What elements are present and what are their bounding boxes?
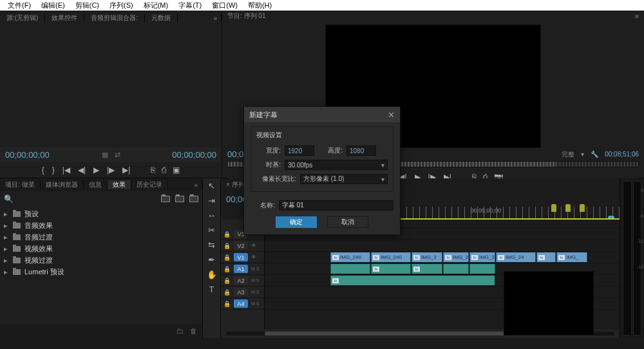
pen-tool-icon[interactable]: ✒ [208,255,215,265]
tab-media-browser[interactable]: 媒体浏览器 [41,180,84,189]
tree-item-video-fx[interactable]: ▸ 视频效果 [4,243,198,254]
play-icon[interactable]: ▶ [93,165,99,174]
clip-label: IMG_2 [421,254,437,260]
preset-bin-icon[interactable] [175,196,184,202]
close-icon[interactable]: ✕ [388,110,395,120]
menu-edit[interactable]: 编辑(E) [36,1,70,10]
menu-marker[interactable]: 标记(M) [138,1,174,10]
project-panel: 项目: 做菜 媒体浏览器 信息 效果 历史记录 » 🔍 ▸ 预设 ▸ 音频效果 [0,178,203,338]
lock-icon[interactable]: 🔒 [223,231,231,238]
slip-tool-icon[interactable]: ⇆ [208,240,215,250]
par-select[interactable]: 方形像素 (1.0) [300,174,388,184]
program-header-label: 节目: 序列 01 [227,12,265,21]
step-fwd-icon[interactable]: |▶ [107,165,115,174]
track-header-a3[interactable]: 🔒 A3 M S [221,287,264,298]
marker-icon[interactable] [565,204,571,212]
lock-icon[interactable]: 🔒 [223,278,231,284]
track-header-a2[interactable]: 🔒 A2 M S [221,275,264,287]
track-header-a1[interactable]: 🔒 A1 M S [221,263,264,275]
menu-sequence[interactable]: 序列(S) [104,1,138,10]
tab-effects[interactable]: 效果 [108,180,131,189]
sequence-tab[interactable]: × 序列 [226,180,245,189]
height-field[interactable]: 1080 [346,146,376,156]
track-header-v2[interactable]: 🔒 V2 👁 [221,240,264,252]
razor-tool-icon[interactable]: ✂ [208,225,215,235]
folder-icon[interactable]: 🗀 [176,327,184,335]
track-select-tool-icon[interactable]: ⇥ [208,196,215,205]
tab-audio-mixer[interactable]: 音频剪辑混合器: [84,14,145,23]
source-transport: { } |◀ ◀| ▶ |▶ ▶| ⎘ ⎙ ▣ [0,162,222,178]
clip-label: IMG_24 [506,254,524,260]
lock-icon[interactable]: 🔒 [223,254,231,261]
tabs-overflow-icon[interactable]: » [190,182,202,189]
tab-info[interactable]: 信息 [84,180,108,189]
lock-icon[interactable]: 🔒 [223,301,231,307]
chevron-down-icon[interactable]: ▾ [581,151,584,158]
ok-button[interactable]: 确定 [276,216,317,228]
width-field[interactable]: 1920 [285,146,314,156]
zoom-fit-select[interactable]: 完整 [562,150,574,159]
tab-metadata[interactable]: 元数据 [145,14,178,23]
menu-help[interactable]: 帮助(H) [243,1,277,10]
tree-item-audio-fx[interactable]: ▸ 音频效果 [4,220,198,231]
marker-icon[interactable] [580,204,585,212]
menu-window[interactable]: 窗口(W) [207,1,243,10]
go-end-icon[interactable]: ▶| [122,165,130,174]
name-field[interactable]: 字幕 01 [279,200,393,211]
mute-solo[interactable]: M S [251,301,259,306]
track-header-a4[interactable]: 🔒 A4 M S [221,298,264,310]
trash-icon[interactable]: 🗑 [190,327,197,335]
hand-tool-icon[interactable]: ✋ [207,270,217,279]
menu-clip[interactable]: 剪辑(C) [70,1,104,10]
menu-bar: 文件(F) 编辑(E) 剪辑(C) 序列(S) 标记(M) 字幕(T) 窗口(W… [0,0,644,11]
icon-a[interactable]: ▦ [102,151,108,159]
ripple-tool-icon[interactable]: ↔ [207,211,216,220]
cancel-button[interactable]: 取消 [327,216,368,228]
panel-menu-icon[interactable]: ≡ [635,13,639,20]
eye-icon[interactable]: 👁 [251,254,256,260]
tree-item-presets[interactable]: ▸ 预设 [4,208,198,220]
tool-palette: ↖ ⇥ ↔ ✂ ⇆ ✒ ✋ T [203,178,221,338]
menu-subtitle[interactable]: 字幕(T) [173,1,207,10]
tree-item-video-trans[interactable]: ▸ 视频过渡 [4,254,198,266]
marker-icon[interactable] [551,204,556,212]
tab-project[interactable]: 项目: 做菜 [0,180,41,189]
export-frame-icon[interactable]: ▣ [173,165,180,174]
tab-effect-controls[interactable]: 效果控件 [45,14,84,23]
preset-bin-icon[interactable] [161,196,170,202]
overwrite-icon[interactable]: ⎙ [162,165,166,174]
mute-solo[interactable]: M S [251,290,259,294]
wrench-icon[interactable]: 🔧 [591,151,598,158]
timebase-select[interactable]: 30.00fps [285,160,388,170]
track-label: A4 [234,299,248,308]
meter-tick: -6 [639,214,643,218]
selection-tool-icon[interactable]: ↖ [208,181,215,191]
mark-in-icon[interactable]: { [42,165,44,174]
tree-item-lumetri[interactable]: ▸ Lumetri 预设 [4,266,198,278]
mute-solo[interactable]: M S [251,267,259,271]
track-header-v1[interactable]: 🔒 V1 👁 [221,252,264,263]
tabs-overflow-icon[interactable]: » [209,15,222,22]
lock-icon[interactable]: 🔒 [223,289,231,296]
tree-item-audio-trans[interactable]: ▸ 音频过渡 [4,231,198,243]
track-label: V1 [234,253,248,261]
lock-icon[interactable]: 🔒 [223,243,231,249]
go-start-icon[interactable]: |◀ [62,165,70,174]
audio-meters: 0 -6 -12 -18 [620,178,644,338]
icon-b[interactable]: ⇄ [115,151,120,159]
insert-icon[interactable]: ⎘ [151,165,155,174]
search-icon[interactable]: 🔍 [4,194,14,203]
type-tool-icon[interactable]: T [209,285,214,294]
source-timecode-right: 00;00;00;00 [172,150,216,160]
mute-solo[interactable]: M S [251,278,259,283]
eye-icon[interactable]: 👁 [251,243,256,249]
step-back-icon[interactable]: ◀| [78,165,86,174]
track-headers: 🔒 V3 👁 🔒 V2 👁 🔒 V1 👁 🔒 A1 M [221,220,265,329]
menu-file[interactable]: 文件(F) [3,1,36,10]
tab-source[interactable]: 源:(无剪辑) [0,14,45,23]
tab-history[interactable]: 历史记录 [131,180,168,189]
lock-icon[interactable]: 🔒 [223,266,231,272]
source-monitor-panel: 源:(无剪辑) 效果控件 音频剪辑混合器: 元数据 » 00;00;00;00 … [0,12,222,178]
mark-out-icon[interactable]: } [52,165,55,174]
preset-bin-icon[interactable] [189,196,198,202]
